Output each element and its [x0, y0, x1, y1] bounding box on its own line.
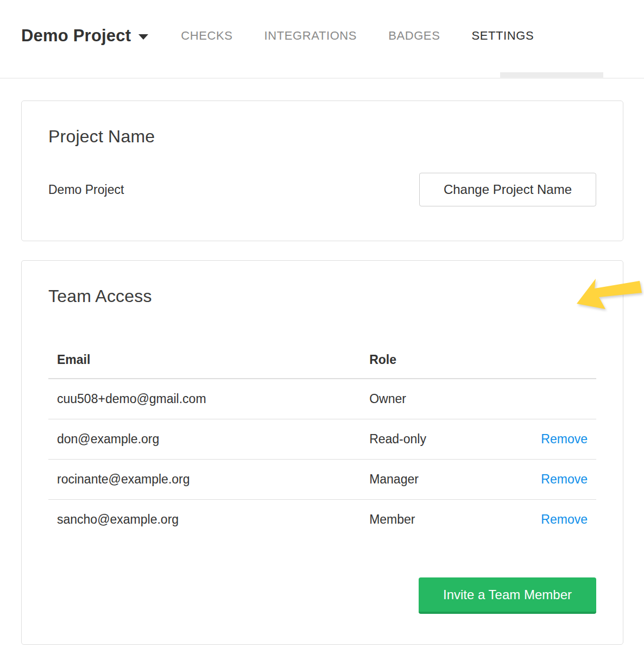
team-table-header-row: Email Role [48, 353, 596, 379]
table-row: cuu508+demo@gmail.com Owner [48, 379, 596, 419]
team-access-card-title: Team Access [48, 286, 596, 306]
project-name-card-title: Project Name [48, 127, 596, 147]
remove-member-link[interactable]: Remove [541, 432, 588, 446]
member-email: don@example.org [48, 419, 361, 460]
column-header-role: Role [361, 353, 508, 379]
tab-badges[interactable]: BADGES [388, 29, 440, 43]
member-actions: Remove [509, 460, 596, 500]
team-members-table: Email Role cuu508+demo@gmail.com Owner d… [48, 353, 596, 539]
invite-row: Invite a Team Member [48, 577, 596, 614]
member-role: Owner [361, 379, 508, 419]
tab-integrations[interactable]: INTEGRATIONS [264, 29, 357, 43]
column-header-email: Email [48, 353, 361, 379]
tab-settings[interactable]: SETTINGS [471, 29, 534, 43]
project-name-card: Project Name Demo Project Change Project… [21, 100, 623, 241]
header-inner: Demo Project CHECKS INTEGRATIONS BADGES … [0, 0, 644, 71]
team-access-card: Team Access Email Role cuu508+demo@gmail… [21, 260, 623, 645]
remove-member-link[interactable]: Remove [541, 472, 588, 486]
nav-tabs: CHECKS INTEGRATIONS BADGES SETTINGS [181, 29, 565, 43]
member-email: rocinante@example.org [48, 460, 361, 500]
current-project-name: Demo Project [48, 183, 124, 197]
member-actions: Remove [509, 500, 596, 540]
table-row: don@example.org Read-only Remove [48, 419, 596, 460]
table-row: sancho@example.org Member Remove [48, 500, 596, 540]
top-navigation-bar: Demo Project CHECKS INTEGRATIONS BADGES … [0, 0, 644, 79]
project-switcher-button[interactable]: Demo Project [21, 26, 148, 46]
change-project-name-button[interactable]: Change Project Name [419, 173, 596, 206]
member-email: sancho@example.org [48, 500, 361, 540]
project-name-row: Demo Project Change Project Name [48, 173, 596, 206]
remove-member-link[interactable]: Remove [541, 512, 588, 526]
member-actions: Remove [509, 419, 596, 460]
table-row: rocinante@example.org Manager Remove [48, 460, 596, 500]
project-switcher-label: Demo Project [21, 26, 131, 46]
tab-checks[interactable]: CHECKS [181, 29, 232, 43]
team-table-body: cuu508+demo@gmail.com Owner don@example.… [48, 379, 596, 539]
member-role: Manager [361, 460, 508, 500]
invite-team-member-button[interactable]: Invite a Team Member [419, 577, 596, 614]
column-header-actions [509, 353, 596, 379]
member-email: cuu508+demo@gmail.com [48, 379, 361, 419]
member-actions-empty [509, 379, 596, 419]
team-table-head: Email Role [48, 353, 596, 379]
member-role: Member [361, 500, 508, 540]
caret-down-icon [138, 34, 148, 40]
member-role: Read-only [361, 419, 508, 460]
active-tab-indicator [500, 72, 603, 78]
